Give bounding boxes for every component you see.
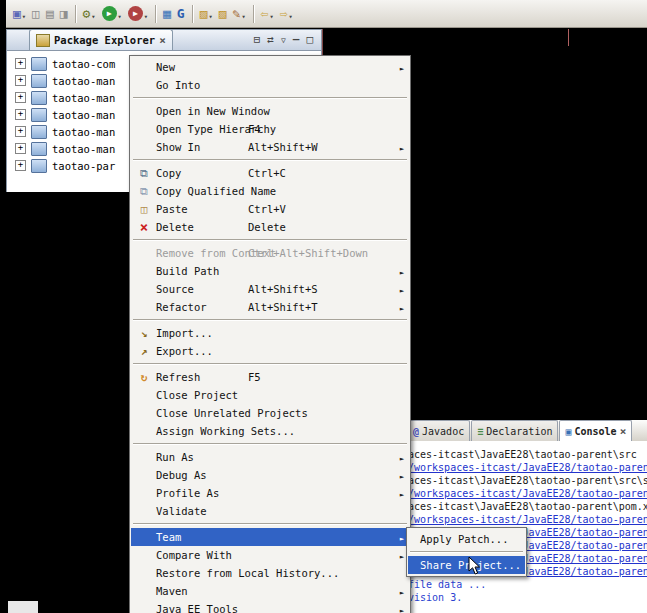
menu-separator	[133, 159, 407, 161]
expand-icon[interactable]	[15, 75, 26, 86]
console-link[interactable]: /workspaces-itcast/JavaEE28/taotao-paren…	[408, 487, 647, 500]
tab-javadoc-label: Javadoc	[422, 426, 464, 437]
editor-divider-artifact	[568, 29, 569, 46]
project-icon	[31, 74, 47, 88]
open-folder-button[interactable]: ▨	[197, 3, 216, 25]
export-icon	[135, 345, 153, 358]
team-submenu: Apply Patch... Share Project...	[406, 527, 527, 577]
declaration-icon	[477, 426, 483, 437]
dropdown-arrow-icon[interactable]	[143, 4, 148, 23]
expand-icon[interactable]	[15, 92, 26, 103]
copy-qualified-name-icon	[135, 185, 153, 198]
save-button[interactable]: ◫	[29, 3, 43, 25]
expand-icon[interactable]	[15, 143, 26, 154]
menu-item-restore-from-local-history[interactable]: Restore from Local History...	[131, 564, 409, 582]
expand-icon[interactable]	[15, 126, 26, 137]
menu-separator	[133, 363, 407, 365]
menu-item-open-type-hierarchy[interactable]: Open Type HierarchyF4	[131, 120, 409, 138]
menu-item-close-project[interactable]: Close Project	[131, 386, 409, 404]
dropdown-arrow-icon[interactable]	[117, 4, 122, 23]
run-button[interactable]: ▶	[99, 3, 125, 25]
menu-item-validate[interactable]: Validate	[131, 502, 409, 520]
dropdown-arrow-icon[interactable]	[21, 4, 26, 23]
menu-item-paste[interactable]: PasteCtrl+V	[131, 200, 409, 218]
project-icon	[31, 108, 47, 122]
menu-item-source[interactable]: SourceAlt+Shift+S	[131, 280, 409, 298]
debug-button[interactable]: ⚙	[80, 3, 99, 25]
menu-item-refactor[interactable]: RefactorAlt+Shift+T	[131, 298, 409, 316]
menu-item-open-in-new-window[interactable]: Open in New Window	[131, 102, 409, 120]
tab-declaration[interactable]: Declaration	[471, 420, 558, 441]
external-tools-button[interactable]: ▶	[125, 3, 151, 25]
print-icon: ▤	[46, 7, 54, 20]
submenu-arrow-icon	[400, 549, 404, 561]
console-link[interactable]: /workspaces-itcast/JavaEE28/taotao-paren…	[408, 513, 647, 526]
menu-item-close-unrelated-projects[interactable]: Close Unrelated Projects	[131, 404, 409, 422]
toolbar-separator	[155, 5, 156, 23]
export-icon: ◨	[60, 7, 68, 20]
link-with-editor-button[interactable]	[267, 33, 274, 46]
dropdown-arrow-icon[interactable]	[90, 4, 95, 23]
copy-icon	[135, 167, 153, 180]
edit-pencil-button[interactable]: ✎	[230, 3, 249, 25]
menu-item-export[interactable]: Export...	[131, 342, 409, 360]
menu-item-copy[interactable]: CopyCtrl+C	[131, 164, 409, 182]
new-table-button[interactable]: ▦	[160, 3, 174, 25]
package-explorer-header: Package Explorer	[6, 29, 322, 51]
export-button[interactable]: ◨	[57, 3, 71, 25]
console-tab-bar: Javadoc Declaration Console	[405, 420, 647, 442]
menu-separator	[410, 551, 523, 553]
delete-icon	[135, 219, 153, 235]
print-button[interactable]: ▤	[43, 3, 57, 25]
dropdown-arrow-icon[interactable]	[268, 4, 273, 23]
menu-item-import[interactable]: Import...	[131, 324, 409, 342]
console-link[interactable]: /workspaces-itcast/JavaEE28/taotao-paren…	[408, 461, 647, 474]
main-toolbar: ▣ ◫ ▤ ◨ ⚙ ▶ ▶ ▦ G ▨ ▨ ✎ ⇦ ⇨	[6, 0, 647, 28]
external-tools-icon: ▶	[128, 6, 143, 21]
close-icon[interactable]	[620, 425, 627, 438]
menu-item-maven[interactable]: Maven	[131, 582, 409, 600]
dropdown-arrow-icon[interactable]	[287, 4, 292, 23]
menu-item-copy-qualified-name[interactable]: Copy Qualified Name	[131, 182, 409, 200]
forward-button[interactable]: ⇨	[277, 3, 296, 25]
menu-item-assign-working-sets[interactable]: Assign Working Sets...	[131, 422, 409, 440]
collapse-all-button[interactable]	[254, 33, 261, 46]
web-browser-button[interactable]: G	[174, 3, 188, 25]
dropdown-arrow-icon[interactable]	[240, 4, 245, 23]
expand-icon[interactable]	[15, 160, 26, 171]
expand-icon[interactable]	[15, 58, 26, 69]
tab-console[interactable]: Console	[559, 420, 632, 441]
menu-separator	[133, 523, 407, 525]
dropdown-arrow-icon[interactable]	[208, 4, 213, 23]
javadoc-icon	[413, 426, 419, 437]
menu-item-new[interactable]: New	[131, 58, 409, 76]
open-folder-alt-button[interactable]: ▨	[216, 3, 230, 25]
menu-item-delete[interactable]: DeleteDelete	[131, 218, 409, 236]
project-icon	[31, 91, 47, 105]
menu-item-refresh[interactable]: RefreshF5	[131, 368, 409, 386]
menu-item-remove-from-context: Remove from ContextCtrl+Alt+Shift+Down	[131, 244, 409, 262]
maximize-button[interactable]	[306, 33, 313, 46]
menu-item-java-ee-tools[interactable]: Java EE Tools	[131, 600, 409, 613]
tab-javadoc[interactable]: Javadoc	[407, 420, 470, 441]
menu-separator	[133, 239, 407, 241]
menu-item-build-path[interactable]: Build Path	[131, 262, 409, 280]
menu-item-run-as[interactable]: Run As	[131, 448, 409, 466]
menu-separator	[133, 443, 407, 445]
minimize-button[interactable]	[293, 33, 300, 46]
project-icon	[31, 57, 47, 71]
menu-item-share-project[interactable]: Share Project...	[408, 556, 525, 574]
package-explorer-tab[interactable]: Package Explorer	[29, 29, 173, 50]
back-button[interactable]: ⇦	[258, 3, 277, 25]
menu-item-debug-as[interactable]: Debug As	[131, 466, 409, 484]
menu-item-apply-patch[interactable]: Apply Patch...	[408, 530, 525, 548]
new-wizard-button[interactable]: ▣	[10, 3, 29, 25]
menu-item-profile-as[interactable]: Profile As	[131, 484, 409, 502]
expand-icon[interactable]	[15, 109, 26, 120]
view-menu-button[interactable]	[281, 33, 286, 46]
menu-item-show-in[interactable]: Show InAlt+Shift+W	[131, 138, 409, 156]
menu-item-team[interactable]: Team	[131, 528, 409, 546]
close-icon[interactable]	[159, 34, 166, 47]
menu-item-go-into[interactable]: Go Into	[131, 76, 409, 94]
menu-item-compare-with[interactable]: Compare With	[131, 546, 409, 564]
